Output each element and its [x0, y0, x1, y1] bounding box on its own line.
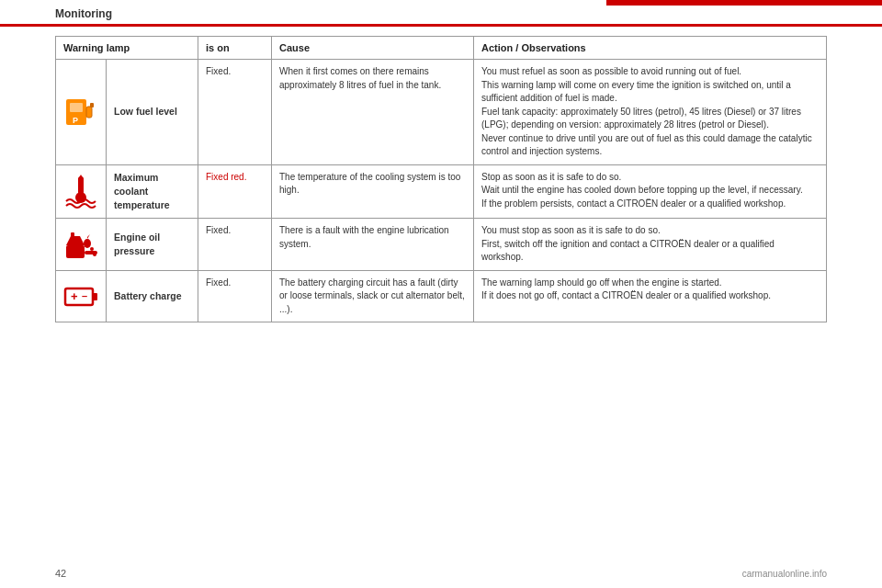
icon-cell-battery: + – [56, 270, 107, 322]
col-cause: Cause [272, 37, 474, 60]
svg-text:+: + [71, 289, 78, 303]
action-coolant: Stop as soon as it is safe to do so. Wai… [474, 164, 827, 219]
fuel-icon-area: P [60, 94, 102, 130]
action-battery: The warning lamp should go off when the … [474, 270, 827, 322]
svg-rect-3 [90, 103, 94, 107]
svg-rect-16 [93, 293, 97, 300]
svg-marker-8 [78, 175, 84, 179]
svg-rect-14 [85, 251, 97, 254]
table-header-row: Warning lamp is on Cause Action / Observ… [56, 37, 827, 60]
cause-battery: The battery charging circuit has a fault… [272, 270, 474, 322]
is-on-oil: Fixed. [198, 219, 272, 271]
oil-pressure-icon [62, 225, 100, 264]
table-row: Maximum coolant temperature Fixed red. T… [56, 164, 827, 219]
fuel-icon: P [62, 94, 99, 130]
coolant-icon-area [60, 172, 102, 210]
header-accent-line [606, 0, 882, 6]
cause-oil: There is a fault with the engine lubrica… [272, 219, 474, 271]
main-content: Warning lamp is on Cause Action / Observ… [0, 27, 882, 332]
page-header: Monitoring [0, 0, 882, 27]
svg-point-12 [90, 247, 94, 251]
warning-lamps-table: Warning lamp is on Cause Action / Observ… [55, 36, 827, 322]
warning-name-oil: Engine oil pressure [107, 219, 198, 271]
svg-rect-9 [66, 245, 85, 258]
col-is-on: is on [198, 37, 272, 60]
svg-point-11 [84, 239, 91, 248]
col-warning-lamp: Warning lamp [56, 37, 198, 60]
battery-icon-area: + – [60, 277, 102, 315]
icon-cell-oil [56, 219, 107, 271]
footer-site: carmanualonline.info [742, 569, 827, 579]
table-row: + – Battery charge Fixed. The battery ch… [56, 270, 827, 322]
action-fuel: You must refuel as soon as possible to a… [474, 60, 827, 165]
svg-rect-1 [70, 103, 83, 112]
icon-cell-coolant [56, 164, 107, 219]
warning-name-fuel: Low fuel level [107, 60, 198, 165]
cause-coolant: The temperature of the cooling system is… [272, 164, 474, 219]
action-oil: You must stop as soon as it is safe to d… [474, 219, 827, 271]
cause-fuel: When it first comes on there remains app… [272, 60, 474, 165]
table-row: Engine oil pressure Fixed. There is a fa… [56, 219, 827, 271]
page-title: Monitoring [55, 7, 112, 20]
svg-text:–: – [82, 290, 87, 301]
svg-rect-2 [86, 107, 92, 118]
svg-text:P: P [73, 116, 78, 125]
warning-name-battery: Battery charge [107, 270, 198, 322]
coolant-icon [62, 172, 100, 210]
icon-cell-fuel: P [56, 60, 107, 165]
col-action: Action / Observations [474, 37, 827, 60]
svg-rect-15 [65, 288, 93, 305]
is-on-fuel: Fixed. [198, 60, 272, 165]
table-row: P Low fuel level Fixed. When it first co… [56, 60, 827, 165]
is-on-coolant: Fixed red. [198, 164, 272, 219]
warning-name-coolant: Maximum coolant temperature [107, 164, 198, 219]
battery-icon: + – [62, 277, 100, 315]
svg-rect-7 [79, 188, 83, 199]
oil-icon-area [60, 225, 102, 264]
svg-rect-10 [71, 232, 74, 238]
page-number: 42 [55, 568, 66, 579]
is-on-battery: Fixed. [198, 270, 272, 322]
